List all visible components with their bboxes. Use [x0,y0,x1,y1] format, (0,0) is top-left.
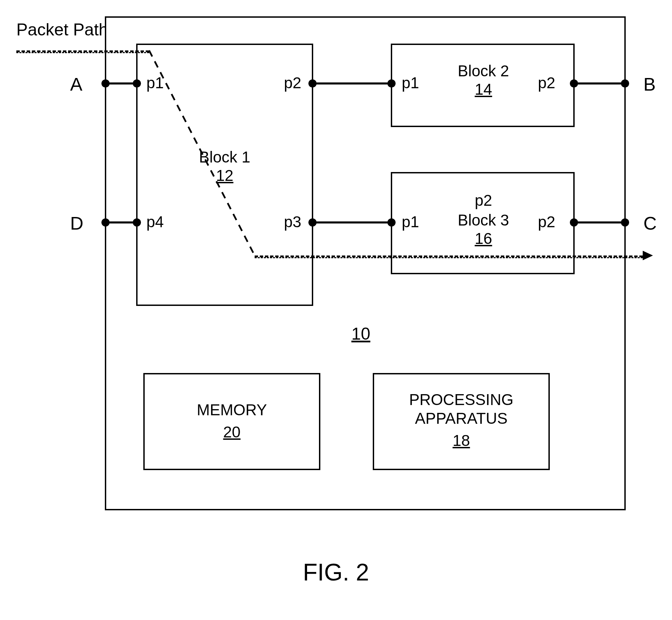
block-3-p2-upper: p2 [466,192,500,208]
packet-seg-3 [255,255,643,258]
block3-port-p1: p1 [402,214,419,230]
block1-port-p1: p1 [146,75,164,91]
terminal-A: A [70,75,82,93]
wire-block3p2-to-C [574,221,625,223]
outer-ref: 10 [344,325,378,342]
packet-seg-1 [16,50,149,53]
dot-block1-p4 [133,218,141,227]
diagram-stage: Packet Path Block 1 12 Block 2 14 p2 Blo… [0,0,672,620]
block1-port-p3: p3 [284,214,301,230]
dot-block2-p1 [387,79,396,88]
terminal-D: D [70,214,83,232]
terminal-C: C [643,214,657,232]
memory-ref: 20 [143,424,320,440]
memory-box [143,373,320,470]
wire-block1p2-to-block2p1 [313,82,391,84]
processing-title-2: APPARATUS [373,410,550,426]
processing-title-1: PROCESSING [373,392,550,407]
terminal-B: B [643,75,656,93]
block3-port-p2: p2 [538,214,555,230]
block1-port-p2: p2 [284,75,301,91]
block-2-ref: 14 [466,81,500,97]
block-3-ref: 16 [466,231,500,246]
block-1-title: Block 1 [191,149,259,165]
wire-D-to-block1p4 [106,221,136,223]
packet-path-label: Packet Path [16,21,108,38]
block2-port-p1: p1 [402,75,419,91]
block-1-ref: 12 [208,168,242,183]
memory-title: MEMORY [143,402,320,418]
figure-caption: FIG. 2 [0,560,672,584]
wire-block1p3-to-block3p1 [313,221,391,223]
wire-block2p2-to-B [574,82,625,84]
wire-A-to-block1p1 [106,82,136,84]
dot-outer-C [621,218,629,227]
packet-arrowhead [643,251,653,260]
dot-block1-p1 [133,79,141,88]
block-2-title: Block 2 [449,63,517,79]
block-3-title: Block 3 [449,212,517,228]
dot-outer-B [621,79,629,88]
block1-port-p4: p4 [146,214,164,230]
block2-port-p2: p2 [538,75,555,91]
processing-ref: 18 [373,433,550,448]
dot-block3-p1 [387,218,396,227]
